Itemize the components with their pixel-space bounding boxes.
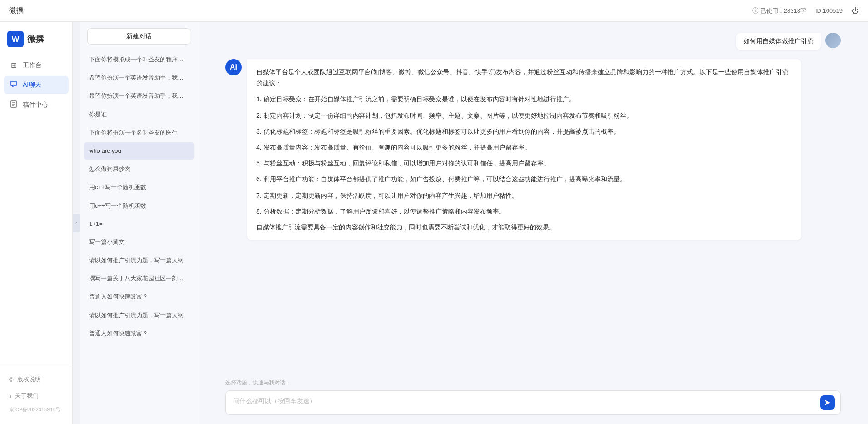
history-item[interactable]: 你是谁: [84, 106, 194, 123]
chat-icon: [9, 80, 18, 90]
logo-icon: W: [7, 31, 24, 47]
sidebar-item-ai-chat[interactable]: AI聊天: [4, 76, 69, 94]
ai-response-paragraph: 自媒体推广引流需要具备一定的内容创作和社交能力，同时也需要不断尝试和优化，才能取…: [256, 222, 792, 233]
messages-area: 如何用自媒体做推广引流 AI 自媒体平台是个人或团队通过互联网平台(如博客、微博…: [198, 22, 868, 374]
ai-response-paragraph: 7. 定期更新：定期更新内容，保持活跃度，可以让用户对你的内容产生兴趣，增加用户…: [256, 190, 792, 201]
usage-icon: ⓘ: [752, 7, 758, 15]
copyright-icon: ©: [9, 376, 14, 383]
history-item[interactable]: 希望你扮演一个英语发音助手，我提供给你...: [84, 87, 194, 105]
sidebar-item-workbench[interactable]: ⊞ 工作台: [4, 56, 69, 74]
sidebar-item-label: 工作台: [23, 61, 42, 70]
history-item[interactable]: 下面你将模拟成一个叫圣友的程序员，我说...: [84, 51, 194, 68]
logout-icon[interactable]: ⏻: [852, 7, 859, 15]
history-item[interactable]: 用c++写一个随机函数: [84, 197, 194, 214]
main-layout: W 微撰 ⊞ 工作台 AI聊天: [0, 22, 868, 424]
user-avatar: [825, 33, 841, 48]
logo-area: W 微撰: [0, 31, 72, 56]
topbar: 微撰 ⓘ 已使用：28318字 ID:100519 ⏻: [0, 0, 868, 22]
sidebar: W 微撰 ⊞ 工作台 AI聊天: [0, 22, 73, 424]
history-item[interactable]: 用c++写一个随机函数: [84, 179, 194, 196]
new-chat-button[interactable]: 新建对话: [87, 28, 190, 45]
history-item[interactable]: 普通人如何快速致富？: [84, 325, 194, 342]
ai-response-paragraph: 4. 发布高质量内容：发布高质量、有价值、有趣的内容可以吸引更多的粉丝，并提高用…: [256, 142, 792, 153]
ai-avatar: AI: [225, 59, 242, 75]
history-item[interactable]: 普通人如何快速致富？: [84, 288, 194, 305]
ai-response-paragraph: 1. 确定目标受众：在开始自媒体推广引流之前，需要明确目标受众是谁，以便在发布内…: [256, 94, 792, 105]
history-item[interactable]: 请以如何推广引流为题，写一篇大纲: [84, 252, 194, 269]
chat-main: 如何用自媒体做推广引流 AI 自媒体平台是个人或团队通过互联网平台(如博客、微博…: [198, 22, 868, 424]
send-button[interactable]: [820, 395, 835, 410]
history-list: 下面你将模拟成一个叫圣友的程序员，我说...希望你扮演一个英语发音助手，我提供给…: [80, 51, 198, 424]
collapse-sidebar-button[interactable]: ‹: [73, 214, 80, 232]
ai-response-paragraph: 3. 优化标题和标签：标题和标签是吸引粉丝的重要因素。优化标题和标签可以让更多的…: [256, 126, 792, 137]
about-link[interactable]: ℹ 关于我们: [4, 388, 69, 404]
input-area: 选择话题，快速与我对话：: [198, 374, 868, 424]
copyright-link[interactable]: © 版权说明: [4, 372, 69, 387]
history-item[interactable]: who are you: [84, 142, 194, 160]
topbar-title: 微撰: [9, 6, 24, 15]
input-box: [225, 390, 841, 415]
manuscript-icon: [9, 100, 18, 110]
history-item[interactable]: 撰写一篇关于八大家花园社区一刻钟便民生...: [84, 270, 194, 287]
user-message: 如何用自媒体做推广引流: [225, 33, 841, 50]
usage-text: 已使用：28318字: [760, 7, 806, 15]
quick-prompts-label: 选择话题，快速与我对话：: [225, 379, 841, 387]
chat-history-panel: 新建对话 下面你将模拟成一个叫圣友的程序员，我说...希望你扮演一个英语发音助手…: [80, 22, 198, 424]
ai-response-paragraph: 2. 制定内容计划：制定一份详细的内容计划，包括发布时间、频率、主题、文案、图片…: [256, 110, 792, 121]
history-item[interactable]: 1+1=: [84, 215, 194, 233]
ai-response-paragraph: 8. 分析数据：定期分析数据，了解用户反馈和喜好，以便调整推广策略和内容发布频率…: [256, 206, 792, 217]
history-item[interactable]: 写一篇小黄文: [84, 234, 194, 251]
about-icon: ℹ: [9, 393, 11, 399]
topbar-id: ID:100519: [815, 7, 843, 14]
logo-text: 微撰: [27, 34, 44, 45]
sidebar-item-label: AI聊天: [23, 81, 41, 89]
history-item[interactable]: 希望你扮演一个英语发音助手，我提供给你...: [84, 69, 194, 86]
icp-text: 京ICP备2022015948号: [4, 404, 69, 415]
ai-bubble: 自媒体平台是个人或团队通过互联网平台(如博客、微博、微信公众号、抖音、快手等)发…: [247, 59, 801, 240]
topbar-right: ⓘ 已使用：28318字 ID:100519 ⏻: [752, 7, 859, 15]
history-item[interactable]: 怎么做狗屎炒肉: [84, 160, 194, 178]
history-item[interactable]: 请以如何推广引流为题，写一篇大纲: [84, 307, 194, 324]
workbench-icon: ⊞: [9, 61, 18, 70]
user-bubble: 如何用自媒体做推广引流: [736, 33, 821, 50]
ai-response-paragraph: 5. 与粉丝互动：积极与粉丝互动，回复评论和私信，可以增加用户对你的认可和信任，…: [256, 158, 792, 169]
chat-input[interactable]: [233, 396, 818, 409]
nav-items: ⊞ 工作台 AI聊天: [0, 56, 72, 367]
history-item[interactable]: 下面你将扮演一个名叫圣友的医生: [84, 124, 194, 141]
topbar-usage: ⓘ 已使用：28318字: [752, 7, 806, 15]
sidebar-bottom: © 版权说明 ℹ 关于我们 京ICP备2022015948号: [0, 367, 72, 419]
sidebar-item-label: 稿件中心: [23, 101, 48, 109]
avatar-image: [825, 33, 841, 48]
ai-response-paragraph: 6. 利用平台推广功能：自媒体平台都提供了推广功能，如广告投放、付费推广等，可以…: [256, 174, 792, 185]
ai-response-paragraph: 自媒体平台是个人或团队通过互联网平台(如博客、微博、微信公众号、抖音、快手等)发…: [256, 66, 792, 89]
ai-message: AI 自媒体平台是个人或团队通过互联网平台(如博客、微博、微信公众号、抖音、快手…: [225, 59, 841, 240]
sidebar-item-manuscript[interactable]: 稿件中心: [4, 96, 69, 114]
